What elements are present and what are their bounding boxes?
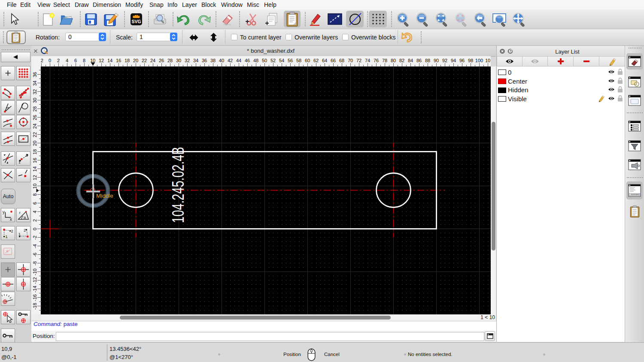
svg-text:24: 24 (32, 124, 37, 129)
svg-text:36: 36 (202, 58, 207, 63)
svg-text:96: 96 (459, 58, 465, 63)
svg-text:-2: -2 (32, 235, 37, 240)
svg-text:48: 48 (253, 58, 258, 63)
svg-text:4: 4 (32, 211, 37, 213)
svg-text:12: 12 (99, 58, 104, 63)
svg-text:22: 22 (32, 132, 37, 137)
svg-text:0: 0 (49, 58, 51, 63)
svg-text:32: 32 (32, 89, 37, 94)
svg-text:8: 8 (32, 193, 37, 196)
svg-text:76: 76 (374, 58, 379, 63)
svg-text:-10: -10 (32, 268, 37, 275)
svg-text:20: 20 (32, 141, 37, 146)
svg-text:72: 72 (356, 58, 361, 63)
svg-text:40: 40 (219, 58, 224, 63)
svg-text:8: 8 (83, 58, 85, 63)
svg-text:42: 42 (228, 58, 233, 63)
svg-text:2: 2 (26, 153, 28, 157)
svg-text:74: 74 (365, 58, 370, 63)
svg-text:r: r (19, 210, 21, 215)
svg-text:-16: -16 (32, 294, 37, 301)
svg-text:24: 24 (150, 58, 155, 63)
svg-text:14: 14 (32, 166, 37, 172)
svg-text:28: 28 (32, 106, 37, 112)
svg-text:88: 88 (425, 58, 430, 63)
svg-text:86: 86 (416, 58, 422, 63)
svg-text:10: 10 (32, 184, 37, 189)
svg-text:94: 94 (451, 58, 456, 63)
svg-text:-12: -12 (32, 277, 37, 284)
svg-text:22: 22 (142, 58, 147, 63)
svg-text:-2: -2 (41, 58, 43, 63)
svg-text:34: 34 (32, 81, 37, 86)
svg-text:54: 54 (279, 58, 284, 63)
svg-text:1: 1 (18, 232, 21, 236)
svg-text:4: 4 (66, 58, 68, 63)
svg-text:14: 14 (107, 58, 112, 63)
svg-text:98: 98 (468, 58, 473, 63)
svg-text:66: 66 (331, 58, 336, 63)
svg-text:46: 46 (245, 58, 250, 63)
svg-text:60: 60 (305, 58, 310, 63)
svg-text:-14: -14 (32, 286, 37, 293)
svg-text:68: 68 (339, 58, 344, 63)
svg-text:30: 30 (32, 98, 37, 103)
svg-text:y: y (3, 210, 5, 214)
svg-text:0: 0 (32, 228, 37, 230)
svg-text:62: 62 (313, 58, 319, 63)
svg-text:-6: -6 (32, 253, 37, 257)
svg-text:26: 26 (159, 58, 164, 63)
svg-text:100: 100 (475, 58, 483, 63)
svg-text:50: 50 (262, 58, 267, 63)
svg-text:6: 6 (74, 58, 77, 63)
svg-text:12: 12 (32, 175, 37, 180)
svg-text:1: 1 (5, 234, 7, 239)
svg-text:2: 2 (24, 228, 26, 232)
svg-text:1: 1 (18, 160, 21, 164)
svg-text:38: 38 (210, 58, 216, 63)
svg-text:36: 36 (32, 72, 37, 77)
svg-text:10: 10 (485, 58, 490, 63)
svg-text:-4: -4 (32, 244, 37, 248)
svg-text:SVG: SVG (131, 19, 141, 24)
svg-text:2: 2 (11, 229, 13, 233)
svg-text:78: 78 (382, 58, 387, 63)
svg-text:44: 44 (236, 58, 241, 63)
svg-text:2: 2 (32, 219, 37, 222)
svg-text:82: 82 (399, 58, 404, 63)
svg-text:-8: -8 (32, 261, 37, 265)
svg-text:16: 16 (32, 158, 37, 163)
svg-text:84: 84 (408, 58, 413, 63)
svg-text:18: 18 (125, 58, 130, 63)
svg-text:18: 18 (32, 149, 37, 154)
svg-text:command: command (631, 193, 639, 196)
svg-text:10: 10 (90, 58, 95, 63)
svg-text:34: 34 (193, 58, 198, 63)
svg-text:6: 6 (32, 202, 37, 205)
svg-text:30: 30 (176, 58, 181, 63)
svg-text:32: 32 (185, 58, 190, 63)
svg-text:28: 28 (167, 58, 173, 63)
svg-text:92: 92 (442, 58, 447, 63)
svg-text:a: a (24, 215, 26, 220)
svg-text:2: 2 (57, 58, 60, 63)
svg-text:56: 56 (288, 58, 293, 63)
svg-text:20: 20 (133, 58, 138, 63)
svg-text:104.245.02.4B: 104.245.02.4B (169, 147, 187, 223)
svg-text:52: 52 (270, 58, 276, 63)
svg-text:-18: -18 (32, 303, 37, 310)
svg-text:90: 90 (434, 58, 439, 63)
svg-text:16: 16 (116, 58, 121, 63)
svg-text:Middle: Middle (96, 193, 113, 199)
svg-text:70: 70 (348, 58, 353, 63)
svg-text:26: 26 (32, 115, 37, 120)
svg-text:64: 64 (322, 58, 327, 63)
svg-text:x: x (10, 217, 12, 222)
svg-text:80: 80 (391, 58, 396, 63)
svg-text:58: 58 (296, 58, 301, 63)
